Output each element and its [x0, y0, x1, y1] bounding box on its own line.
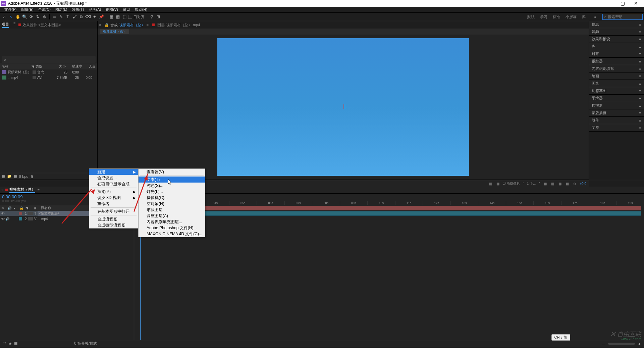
- col-tag-icon[interactable]: ◥: [32, 65, 36, 68]
- panel-menu-icon[interactable]: ≡: [639, 37, 641, 41]
- panel-menu-icon[interactable]: ≡: [13, 21, 15, 25]
- menu-动画(A)[interactable]: 动画(A): [87, 7, 104, 12]
- exposure-value[interactable]: +0.0: [580, 182, 586, 186]
- track-row[interactable]: [134, 205, 644, 211]
- label-color-icon[interactable]: [19, 212, 22, 215]
- close-button[interactable]: ✕: [629, 0, 643, 7]
- hand-tool-icon[interactable]: ✋: [15, 14, 21, 20]
- menu-item-合成流程图[interactable]: 合成流程图: [89, 216, 138, 222]
- grid-icon[interactable]: ⊞: [155, 14, 161, 20]
- panel-段落[interactable]: 段落≡: [589, 117, 644, 124]
- zoom-out-icon[interactable]: —: [602, 342, 605, 346]
- panel-menu-icon[interactable]: ≡: [639, 118, 641, 122]
- orbit-tool-icon[interactable]: ⟳: [28, 14, 34, 20]
- menu-item-新建[interactable]: 新建▶: [89, 169, 138, 175]
- crumb-item[interactable]: 视频素材（总）: [100, 29, 129, 34]
- panel-menu-icon[interactable]: ≡: [639, 30, 641, 34]
- footer-icon-1[interactable]: ⬚: [3, 341, 6, 346]
- menu-item-在基本图形中打开[interactable]: 在基本图形中打开: [89, 208, 138, 214]
- project-item[interactable]: 视频素材（总） 合成 25 0:00: [0, 69, 97, 75]
- panel-menu-icon[interactable]: ≡: [639, 82, 641, 86]
- tab-composition[interactable]: 🔒 合成 视频素材（总） ≡: [104, 22, 148, 28]
- menu-窗口[interactable]: 窗口: [120, 7, 132, 12]
- audio-col-icon[interactable]: 🔊: [7, 206, 11, 210]
- solo-col-icon[interactable]: ●: [13, 206, 17, 210]
- bpc-toggle[interactable]: 8 bpc: [19, 175, 28, 179]
- composition-viewer[interactable]: [98, 35, 589, 180]
- pen-tool-icon[interactable]: ✎: [58, 14, 64, 20]
- project-item[interactable]: ....mp4 AVI 7.3 MB 25 0:00: [0, 75, 97, 80]
- exposure-reset-icon[interactable]: ⊙: [572, 182, 577, 186]
- workspace-默认[interactable]: 默认: [525, 15, 537, 19]
- menu-item-合成设置...[interactable]: 合成设置...: [89, 175, 138, 181]
- panel-跟踪器[interactable]: 跟踪器≡: [589, 58, 644, 65]
- panel-平滑器[interactable]: 平滑器≡: [589, 95, 644, 102]
- interpret-icon[interactable]: ▦: [2, 174, 5, 179]
- panel-对齐[interactable]: 对齐≡: [589, 50, 644, 58]
- new-comp-icon[interactable]: ▦: [14, 174, 17, 179]
- menu-item-内容识别填充图层...[interactable]: 内容识别填充图层...: [139, 219, 205, 225]
- maximize-button[interactable]: ▢: [616, 0, 629, 7]
- panel-字符[interactable]: 字符≡: [589, 124, 644, 132]
- tab-close-icon[interactable]: ×: [1, 188, 3, 192]
- menu-item-空对象(N)[interactable]: 空对象(N): [139, 201, 205, 207]
- panel-menu-icon[interactable]: ≡: [639, 126, 641, 130]
- layer-duration-bar[interactable]: [134, 211, 641, 216]
- clone-tool-icon[interactable]: ⧉: [78, 14, 84, 20]
- panel-menu-icon[interactable]: ≡: [639, 22, 641, 27]
- channel-icon[interactable]: ▦: [496, 182, 500, 186]
- menu-图层(L)[interactable]: 图层(L): [53, 7, 69, 12]
- workspace-标准[interactable]: 标准: [550, 15, 563, 19]
- label-color-icon[interactable]: [33, 76, 36, 79]
- minimize-button[interactable]: —: [602, 0, 616, 7]
- ime-indicator[interactable]: CH ↓ 简: [551, 334, 571, 341]
- anchor-tool-icon[interactable]: ⊕: [42, 14, 48, 20]
- timecode[interactable]: 0:00:00:09: [2, 194, 88, 199]
- panel-蒙版插值[interactable]: 蒙版插值≡: [589, 109, 644, 117]
- project-search[interactable]: ⌕: [2, 56, 96, 63]
- timeline-tab[interactable]: 视频素材（总）: [9, 187, 35, 193]
- menu-效果(T)[interactable]: 效果(T): [69, 7, 86, 12]
- roto-tool-icon[interactable]: ✦: [92, 14, 98, 20]
- views-dropdown[interactable]: 1 个...: [527, 181, 536, 186]
- brush-tool-icon[interactable]: 🖌: [71, 14, 77, 20]
- rect-tool-icon[interactable]: ▭: [51, 14, 57, 20]
- rotate-tool-icon[interactable]: ↻: [35, 14, 41, 20]
- menu-编辑(E)[interactable]: 编辑(E): [19, 7, 36, 12]
- eraser-tool-icon[interactable]: ⌫: [85, 14, 91, 20]
- workspace-more-icon[interactable]: »: [592, 14, 598, 20]
- menu-帮助(H)[interactable]: 帮助(H): [132, 7, 150, 12]
- tool-opt2-icon[interactable]: ▦: [115, 14, 121, 20]
- text-tool-icon[interactable]: T: [65, 14, 71, 20]
- panel-menu-icon[interactable]: ≡: [639, 52, 641, 56]
- panel-menu-icon[interactable]: ≡: [639, 74, 641, 78]
- footer-icon-2[interactable]: ◈: [9, 341, 11, 346]
- tool-opt3-icon[interactable]: ⬚: [121, 14, 127, 20]
- footer-icon-3[interactable]: ▦: [14, 341, 17, 346]
- tab-effect-controls[interactable]: 效果控件 <空文本图层>: [18, 22, 61, 28]
- panel-效果和预设[interactable]: 效果和预设≡: [589, 36, 644, 43]
- menu-item-灯光(L)...[interactable]: 灯光(L)...: [139, 189, 205, 195]
- menu-合成(C)[interactable]: 合成(C): [36, 7, 53, 12]
- tab-close-icon[interactable]: ×: [99, 23, 101, 27]
- panel-画笔[interactable]: 画笔≡: [589, 80, 644, 87]
- vf-icon-2[interactable]: ▦: [550, 182, 555, 186]
- menu-item-合成微型流程图[interactable]: 合成微型流程图: [89, 222, 138, 228]
- magnet-icon[interactable]: ⚲: [149, 14, 155, 20]
- selection-tool-icon[interactable]: ↖: [8, 14, 14, 20]
- menu-视图(V)[interactable]: 视图(V): [103, 7, 120, 12]
- menu-item-预览(P)[interactable]: 预览(P)▶: [89, 189, 138, 195]
- panel-menu-icon[interactable]: ≡: [146, 23, 148, 27]
- visibility-toggle-icon[interactable]: 👁: [1, 212, 5, 215]
- res-icon[interactable]: ▦: [488, 182, 493, 186]
- time-ruler[interactable]: 04s05s06s07s08s09s10s11s12s13s14s15s16s1…: [201, 194, 644, 205]
- col-in[interactable]: 入点: [82, 64, 96, 69]
- camera-dropdown[interactable]: 活动摄像机: [503, 181, 520, 186]
- workspace-学习[interactable]: 学习: [537, 15, 550, 19]
- panel-动态草图[interactable]: 动态草图≡: [589, 87, 644, 95]
- vf-icon-3[interactable]: ▦: [557, 182, 562, 186]
- home-icon[interactable]: ⌂: [1, 14, 7, 20]
- lock-col-icon[interactable]: 🔒: [19, 206, 23, 210]
- panel-信息[interactable]: 信息≡: [589, 21, 644, 28]
- panel-menu-icon[interactable]: ≡: [639, 111, 641, 115]
